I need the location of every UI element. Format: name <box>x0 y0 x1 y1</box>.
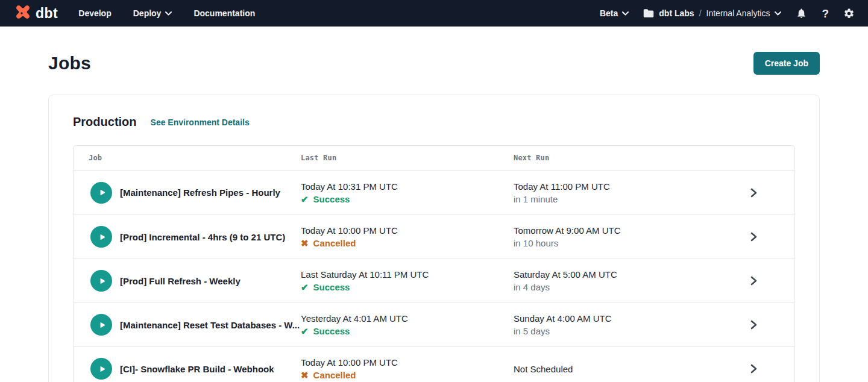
column-header-last-run: Last Run <box>301 154 514 162</box>
last-run-status: ✔ Success <box>301 326 514 336</box>
nav-item-deploy-label: Deploy <box>133 8 162 18</box>
job-cell: [Maintenance] Reset Test Databases - W..… <box>74 314 301 336</box>
table-row[interactable]: [Prod] Incremental - 4hrs (9 to 21 UTC) … <box>74 214 794 258</box>
next-run-relative: in 5 days <box>514 326 712 336</box>
next-run-cell: Tomorrow At 9:00 AM UTC in 10 hours <box>514 225 712 248</box>
next-run-time: Today At 11:00 PM UTC <box>514 181 712 192</box>
job-cell: [CI]- Snowflake PR Build - Webhook <box>74 358 301 380</box>
top-nav: dbt Develop Deploy Documentation Beta db… <box>0 0 868 27</box>
row-open-button[interactable] <box>712 276 794 286</box>
dbt-logo[interactable]: dbt <box>12 4 58 23</box>
last-run-cell: Last Saturday At 10:11 PM UTC ✔ Success <box>301 269 514 292</box>
next-run-time: Sunday At 4:00 AM UTC <box>514 313 712 324</box>
job-cell: [Prod] Full Refresh - Weekly <box>74 270 301 292</box>
last-run-time: Yesterday At 4:01 AM UTC <box>301 313 514 324</box>
status-icon: ✖ <box>301 371 309 380</box>
project-name: Internal Analytics <box>706 8 770 18</box>
chevron-right-icon <box>750 232 757 242</box>
run-job-button[interactable] <box>90 270 112 292</box>
folder-icon <box>643 8 654 18</box>
brand-wordmark: dbt <box>36 7 58 20</box>
table-row[interactable]: [Prod] Full Refresh - Weekly Last Saturd… <box>74 258 794 302</box>
status-label: Success <box>313 194 350 204</box>
nav-item-documentation[interactable]: Documentation <box>193 8 255 18</box>
beta-label: Beta <box>600 8 618 18</box>
dbt-logo-icon <box>12 4 31 23</box>
environment-card: Production See Environment Details Job L… <box>48 95 820 382</box>
nav-item-deploy[interactable]: Deploy <box>133 8 172 18</box>
row-open-button[interactable] <box>712 364 794 374</box>
status-label: Success <box>313 282 350 292</box>
table-row[interactable]: [Maintenance] Refresh Pipes - Hourly Tod… <box>74 171 794 214</box>
row-open-button[interactable] <box>712 320 794 330</box>
gear-icon <box>843 8 855 19</box>
chevron-right-icon <box>750 276 757 286</box>
settings-button[interactable] <box>843 8 855 19</box>
last-run-status: ✔ Success <box>301 194 514 204</box>
job-name: [Prod] Incremental - 4hrs (9 to 21 UTC) <box>120 232 285 242</box>
run-job-button[interactable] <box>90 314 112 336</box>
page-header: Jobs Create Job <box>48 52 820 75</box>
status-icon: ✔ <box>301 283 309 292</box>
run-job-button[interactable] <box>90 226 112 248</box>
play-icon <box>98 365 107 374</box>
account-name: dbt Labs <box>659 8 694 18</box>
see-environment-details-link[interactable]: See Environment Details <box>151 117 250 127</box>
job-cell: [Maintenance] Refresh Pipes - Hourly <box>74 182 301 204</box>
notifications-button[interactable] <box>796 7 807 19</box>
status-icon: ✖ <box>301 239 309 248</box>
nav-right-cluster: Beta dbt Labs / Internal Analytics ? <box>600 7 855 19</box>
job-name: [CI]- Snowflake PR Build - Webhook <box>120 364 274 374</box>
next-run-cell: Sunday At 4:00 AM UTC in 5 days <box>514 313 712 336</box>
column-header-job: Job <box>74 154 301 162</box>
project-breadcrumb[interactable]: dbt Labs / Internal Analytics <box>643 8 781 18</box>
page-title: Jobs <box>48 53 91 74</box>
help-icon: ? <box>822 8 829 19</box>
table-row[interactable]: [CI]- Snowflake PR Build - Webhook Today… <box>74 346 794 382</box>
last-run-time: Today At 10:00 PM UTC <box>301 225 514 236</box>
run-job-button[interactable] <box>90 182 112 204</box>
status-label: Success <box>313 326 350 336</box>
beta-selector[interactable]: Beta <box>600 8 629 18</box>
status-label: Cancelled <box>313 370 356 380</box>
row-open-button[interactable] <box>712 232 794 242</box>
create-job-button[interactable]: Create Job <box>753 52 820 75</box>
last-run-status: ✖ Cancelled <box>301 370 514 380</box>
play-icon <box>98 233 107 242</box>
last-run-time: Last Saturday At 10:11 PM UTC <box>301 269 514 280</box>
next-run-cell: Today At 11:00 PM UTC in 1 minute <box>514 181 712 204</box>
job-name: [Prod] Full Refresh - Weekly <box>120 276 241 286</box>
environment-name: Production <box>73 115 137 129</box>
nav-item-develop[interactable]: Develop <box>78 8 111 18</box>
chevron-right-icon <box>750 188 757 198</box>
column-header-next-run: Next Run <box>514 154 712 162</box>
run-job-button[interactable] <box>90 358 112 380</box>
help-button[interactable]: ? <box>822 8 829 19</box>
primary-nav: Develop Deploy Documentation <box>78 8 255 18</box>
next-run-relative: in 4 days <box>514 282 712 292</box>
next-run-time: Tomorrow At 9:00 AM UTC <box>514 225 712 236</box>
play-icon <box>98 321 107 330</box>
jobs-table-body: [Maintenance] Refresh Pipes - Hourly Tod… <box>74 171 794 382</box>
last-run-cell: Today At 10:00 PM UTC ✖ Cancelled <box>301 357 514 380</box>
last-run-time: Today At 10:31 PM UTC <box>301 181 514 192</box>
row-open-button[interactable] <box>712 188 794 198</box>
last-run-status: ✖ Cancelled <box>301 238 514 248</box>
chevron-down-icon <box>165 11 172 16</box>
job-name: [Maintenance] Reset Test Databases - W..… <box>120 320 300 330</box>
main-content: Jobs Create Job Production See Environme… <box>0 52 868 382</box>
environment-card-header: Production See Environment Details <box>73 115 795 129</box>
next-run-relative: in 10 hours <box>514 238 712 248</box>
chevron-right-icon <box>750 320 757 330</box>
play-icon <box>98 188 107 197</box>
table-row[interactable]: [Maintenance] Reset Test Databases - W..… <box>74 302 794 346</box>
job-cell: [Prod] Incremental - 4hrs (9 to 21 UTC) <box>74 226 301 248</box>
bell-icon <box>796 7 807 19</box>
breadcrumb-separator: / <box>699 8 702 18</box>
status-icon: ✔ <box>301 327 309 336</box>
status-label: Cancelled <box>313 238 356 248</box>
next-run-cell: Saturday At 5:00 AM UTC in 4 days <box>514 269 712 292</box>
jobs-table-header: Job Last Run Next Run <box>74 146 794 171</box>
play-icon <box>98 277 107 286</box>
status-icon: ✔ <box>301 195 309 204</box>
